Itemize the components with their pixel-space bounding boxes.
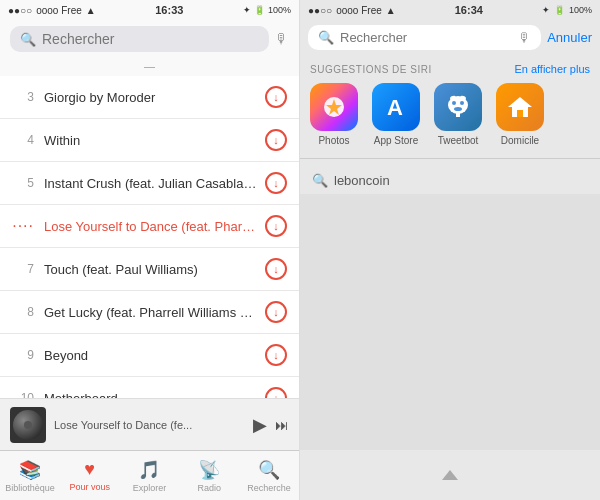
download-icon-10[interactable] (265, 387, 287, 398)
right-carrier-name: oooo Free (336, 5, 382, 16)
siri-app-appstore[interactable]: A App Store (372, 83, 420, 146)
track-row-3[interactable]: 3 Giorgio by Moroder (0, 76, 299, 119)
siri-app-tweetbot[interactable]: Tweetbot (434, 83, 482, 146)
right-battery-icon: 🔋 (554, 5, 565, 15)
right-bluetooth-icon: ✦ (542, 5, 550, 15)
track-num-7: 7 (12, 262, 34, 276)
siri-app-photos[interactable]: Photos (310, 83, 358, 146)
fast-forward-button[interactable]: ⏭ (275, 417, 289, 433)
right-battery-percent: 100% (569, 5, 592, 15)
tab-explorer[interactable]: 🎵 Explorer (120, 459, 180, 493)
right-right-status: ✦ 🔋 100% (542, 5, 592, 15)
track-title-8: Get Lucky (feat. Pharrell Williams &... (44, 305, 259, 320)
track-row-4[interactable]: 4 Within (0, 119, 299, 162)
svg-point-6 (454, 107, 462, 111)
svg-rect-11 (517, 110, 523, 117)
left-carrier: ●●○○ oooo Free ▲ (8, 5, 96, 16)
track-num-9: 9 (12, 348, 34, 362)
right-panel: ●●○○ oooo Free ▲ 16:34 ✦ 🔋 100% 🔍 🎙 Annu… (300, 0, 600, 500)
tab-bar: 📚 Bibliothèque ♥ Pour vous 🎵 Explorer 📡 … (0, 450, 299, 500)
right-search-bar: 🔍 🎙 Annuler (300, 20, 600, 55)
download-icon-8[interactable] (265, 301, 287, 323)
download-icon-5[interactable] (265, 172, 287, 194)
track-title-5: Instant Crush (feat. Julian Casablanc... (44, 176, 259, 191)
left-time: 16:33 (155, 4, 183, 16)
track-title-6: Lose Yourself to Dance (feat. Pharrell..… (44, 219, 259, 234)
track-row-5[interactable]: 5 Instant Crush (feat. Julian Casablanc.… (0, 162, 299, 205)
svg-point-5 (460, 101, 464, 105)
radio-icon: 📡 (198, 459, 220, 481)
track-title-7: Touch (feat. Paul Williams) (44, 262, 259, 277)
album-art-disc (13, 410, 43, 440)
left-search-input-wrapper[interactable]: 🔍 (10, 26, 269, 52)
appstore-app-icon: A (372, 83, 420, 131)
now-playing-title: Lose Yourself to Dance (fe... (54, 419, 245, 431)
download-icon-3[interactable] (265, 86, 287, 108)
svg-text:A: A (387, 95, 403, 120)
download-icon-4[interactable] (265, 129, 287, 151)
domicile-app-label: Domicile (501, 135, 539, 146)
svg-rect-7 (456, 113, 460, 117)
recent-search-item[interactable]: 🔍 leboncoin (300, 167, 600, 194)
track-num-5: 5 (12, 176, 34, 190)
track-num-8: 8 (12, 305, 34, 319)
track-title-9: Beyond (44, 348, 259, 363)
library-icon: 📚 (19, 459, 41, 481)
right-wifi-icon: ▲ (386, 5, 396, 16)
search-tab-icon: 🔍 (258, 459, 280, 481)
tab-radio[interactable]: 📡 Radio (179, 459, 239, 493)
tab-bibliotheque-label: Bibliothèque (5, 483, 55, 493)
photos-app-icon (310, 83, 358, 131)
tweetbot-icon-svg (442, 91, 474, 123)
right-search-input[interactable] (340, 30, 512, 45)
right-mic-icon[interactable]: 🎙 (518, 30, 531, 45)
bluetooth-icon: ✦ (243, 5, 251, 15)
download-icon-7[interactable] (265, 258, 287, 280)
battery-icon: 🔋 (254, 5, 265, 15)
track-list: 3 Giorgio by Moroder 4 Within 5 Instant … (0, 76, 299, 398)
tab-explorer-label: Explorer (133, 483, 167, 493)
cancel-button[interactable]: Annuler (547, 30, 592, 45)
tweetbot-app-icon (434, 83, 482, 131)
siri-header: SUGGESTIONS DE SIRI En afficher plus (310, 63, 590, 75)
tab-recherche-label: Recherche (247, 483, 291, 493)
track-num-4: 4 (12, 133, 34, 147)
right-bottom-bar (300, 450, 600, 500)
scroll-indicator: — (0, 58, 299, 76)
explore-icon: 🎵 (138, 459, 160, 481)
left-search-bar: 🔍 🎙 (0, 20, 299, 58)
play-button[interactable]: ▶ (253, 414, 267, 436)
track-row-7[interactable]: 7 Touch (feat. Paul Williams) (0, 248, 299, 291)
right-search-icon: 🔍 (318, 30, 334, 45)
right-search-input-wrapper[interactable]: 🔍 🎙 (308, 25, 541, 50)
download-icon-6[interactable] (265, 215, 287, 237)
photos-app-label: Photos (318, 135, 349, 146)
track-row-6[interactable]: ···· Lose Yourself to Dance (feat. Pharr… (0, 205, 299, 248)
left-search-input[interactable] (42, 31, 259, 47)
chevron-up-icon[interactable] (442, 470, 458, 480)
heart-icon: ♥ (84, 459, 95, 480)
mic-icon[interactable]: 🎙 (275, 31, 289, 47)
siri-app-domicile[interactable]: Domicile (496, 83, 544, 146)
right-content-area (300, 194, 600, 450)
tab-pour-vous-label: Pour vous (69, 482, 110, 492)
siri-more-button[interactable]: En afficher plus (514, 63, 590, 75)
track-row-10[interactable]: 10 Motherboard (0, 377, 299, 398)
tab-bibliotheque[interactable]: 📚 Bibliothèque (0, 459, 60, 493)
track-num-10: 10 (12, 391, 34, 398)
tab-recherche[interactable]: 🔍 Recherche (239, 459, 299, 493)
wifi-icon: ▲ (86, 5, 96, 16)
recent-search-icon: 🔍 (312, 173, 328, 188)
domicile-app-icon (496, 83, 544, 131)
track-row-9[interactable]: 9 Beyond (0, 334, 299, 377)
download-icon-9[interactable] (265, 344, 287, 366)
right-status-bar: ●●○○ oooo Free ▲ 16:34 ✦ 🔋 100% (300, 0, 600, 20)
track-row-8[interactable]: 8 Get Lucky (feat. Pharrell Williams &..… (0, 291, 299, 334)
left-right-status: ✦ 🔋 100% (243, 5, 291, 15)
photos-icon-svg (320, 93, 348, 121)
right-signal-dots: ●●○○ (308, 5, 332, 16)
track-title-4: Within (44, 133, 259, 148)
siri-suggestions-section: SUGGESTIONS DE SIRI En afficher plus Pho… (300, 55, 600, 150)
tab-pour-vous[interactable]: ♥ Pour vous (60, 459, 120, 492)
search-icon: 🔍 (20, 32, 36, 47)
